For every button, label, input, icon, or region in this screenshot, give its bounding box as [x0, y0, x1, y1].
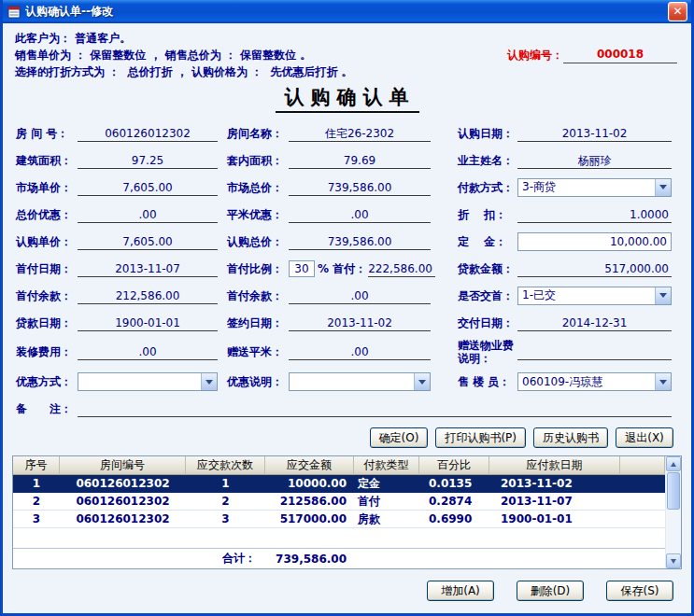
deposit-input[interactable]: 10,000.00: [517, 232, 672, 251]
chevron-down-icon[interactable]: [655, 179, 671, 196]
favor-method-select[interactable]: [78, 372, 218, 391]
downpay-balance2-field[interactable]: .00: [289, 287, 431, 304]
downpay-date-field[interactable]: 2013-11-07: [78, 260, 218, 277]
chevron-down-icon[interactable]: [655, 287, 671, 304]
cell-pay-type: 定金: [354, 475, 419, 492]
table-row[interactable]: 1 060126012302 1 10000.00 定金 0.0135 2013…: [13, 475, 665, 493]
downpay-ratio-input[interactable]: 30: [289, 260, 315, 277]
loan-amount-field[interactable]: 517,000.00: [517, 260, 672, 277]
cell-room-no: 060126012302: [60, 511, 186, 527]
downpay-amount-label: % 首付：: [318, 262, 366, 275]
gift-sqm-field[interactable]: .00: [289, 343, 431, 360]
favor-note-select[interactable]: [289, 372, 431, 391]
history-purchase-book-button[interactable]: 历史认购书: [533, 427, 608, 448]
vertical-scrollbar[interactable]: [665, 456, 681, 568]
header-amount[interactable]: 应交金额: [265, 456, 354, 475]
header-percent[interactable]: 百分比: [419, 456, 489, 475]
owner-name-field[interactable]: 杨丽珍: [517, 152, 672, 169]
build-area-field[interactable]: 97.25: [78, 152, 218, 169]
purchase-total-price-label: 认购总价：: [227, 235, 289, 248]
market-total-price-field[interactable]: 739,586.00: [289, 179, 431, 196]
build-area-label: 建筑面积：: [16, 154, 78, 167]
form-row-4: 总价优惠： .00 平米优惠： .00 折 扣： 1.0000: [3, 201, 691, 228]
delete-button[interactable]: 删除(D): [517, 581, 584, 601]
delivery-date-field[interactable]: 2014-12-31: [517, 315, 672, 331]
renovation-fee-label: 装修费用：: [16, 345, 78, 358]
scroll-up-icon[interactable]: [666, 456, 681, 471]
is-first-paid-select[interactable]: 1-已交: [517, 287, 672, 305]
scrollbar-thumb[interactable]: [667, 472, 680, 510]
cell-due-date: 2013-11-07: [489, 493, 620, 510]
scrollbar-track[interactable]: [666, 471, 681, 553]
header-installment[interactable]: 应交款次数: [186, 456, 265, 475]
sign-date-label: 签约日期：: [227, 316, 289, 329]
loan-date-label: 贷款日期：: [16, 316, 78, 329]
form-title: 认购确认单: [276, 84, 419, 113]
discount-label: 折 扣：: [458, 208, 517, 221]
sqm-discount-field[interactable]: .00: [289, 206, 431, 223]
salesperson-select[interactable]: 060109-冯琼慧: [517, 372, 672, 391]
title-bar[interactable]: 认购确认单--修改 ✕: [3, 0, 691, 23]
payment-method-select[interactable]: 3-商贷: [517, 178, 672, 197]
is-first-paid-value: 1-已交: [518, 287, 655, 303]
room-name-label: 房间名称：: [227, 127, 289, 140]
confirm-button[interactable]: 确定(O): [370, 427, 429, 448]
table-empty-area: [13, 528, 665, 548]
window-title: 认购确认单--修改: [25, 4, 668, 20]
cell-percent: 0.0135: [419, 475, 489, 492]
purchase-unit-price-field[interactable]: 7,605.00: [78, 233, 218, 250]
purchase-form: 房 间 号： 060126012302 房间名称： 住宅26-2302 认购日期…: [3, 119, 691, 422]
cell-due-date: 2013-11-02: [489, 475, 620, 492]
market-unit-price-field[interactable]: 7,605.00: [78, 179, 218, 196]
cell-filler: [620, 493, 665, 510]
renovation-fee-field[interactable]: .00: [78, 343, 218, 360]
discount-field[interactable]: 1.0000: [517, 206, 672, 223]
close-icon[interactable]: ✕: [668, 2, 687, 21]
cell-amount: 10000.00: [265, 475, 354, 492]
chevron-down-icon[interactable]: [201, 373, 217, 390]
form-title-wrap: 认购确认单: [3, 84, 691, 119]
cell-installment: 3: [186, 511, 265, 527]
market-unit-price-label: 市场单价：: [16, 181, 78, 194]
table-row[interactable]: 3 060126012302 3 517000.00 房款 0.6990 190…: [13, 511, 665, 528]
header-pay-type[interactable]: 付款类型: [354, 456, 419, 475]
downpay-date-label: 首付日期：: [16, 262, 78, 275]
print-purchase-book-button[interactable]: 打印认购书(P): [435, 427, 526, 448]
chevron-down-icon[interactable]: [414, 373, 430, 390]
header-due-date[interactable]: 应付款日期: [489, 456, 620, 475]
cell-pay-type: 房款: [354, 511, 419, 527]
form-row-8: 贷款日期： 1900-01-01 签约日期： 2013-11-02 交付日期： …: [3, 309, 691, 336]
add-button[interactable]: 增加(A): [427, 581, 494, 601]
salesperson-label: 售 楼 员：: [458, 375, 517, 388]
market-total-price-label: 市场总价：: [227, 181, 289, 194]
table-row[interactable]: 2 060126012302 2 212586.00 首付 0.2874 201…: [13, 493, 665, 511]
purchase-date-label: 认购日期：: [458, 127, 517, 140]
form-row-3: 市场单价： 7,605.00 市场总价： 739,586.00 付款方式： 3-…: [3, 174, 691, 201]
purchase-date-field[interactable]: 2013-11-02: [517, 125, 672, 142]
total-discount-field[interactable]: .00: [78, 206, 218, 223]
exit-button[interactable]: 退出(X): [616, 427, 673, 448]
header-seq[interactable]: 序号: [13, 456, 60, 475]
sqm-discount-label: 平米优惠：: [227, 208, 289, 221]
table-main: 序号 房间编号 应交款次数 应交金额 付款类型 百分比 应付款日期 1 0601…: [13, 456, 665, 568]
sign-date-field[interactable]: 2013-11-02: [289, 315, 431, 331]
chevron-down-icon[interactable]: [655, 373, 671, 390]
room-no-field[interactable]: 060126012302: [78, 125, 218, 142]
remark-field[interactable]: [78, 400, 672, 417]
purchase-total-price-field[interactable]: 739,586.00: [289, 233, 431, 250]
owner-name-label: 业主姓名：: [458, 154, 517, 167]
gift-note-label: 赠送物业费 说明：: [458, 339, 517, 365]
cell-installment: 1: [186, 475, 265, 492]
room-name-field[interactable]: 住宅26-2302: [289, 125, 431, 142]
gift-note-field[interactable]: [517, 343, 672, 360]
inner-area-field[interactable]: 79.69: [289, 152, 431, 169]
downpay-amount-field[interactable]: 222,586.00: [368, 260, 435, 277]
cell-due-date: 1900-01-01: [489, 511, 620, 527]
save-button[interactable]: 保存(S): [606, 581, 673, 601]
downpay-balance-field[interactable]: 212,586.00: [78, 287, 218, 304]
scroll-down-icon[interactable]: [666, 553, 681, 568]
loan-date-field[interactable]: 1900-01-01: [78, 315, 218, 331]
header-room-no[interactable]: 房间编号: [60, 456, 186, 475]
purchase-unit-price-label: 认购单价：: [16, 235, 78, 248]
total-label: 合计：: [186, 551, 265, 567]
